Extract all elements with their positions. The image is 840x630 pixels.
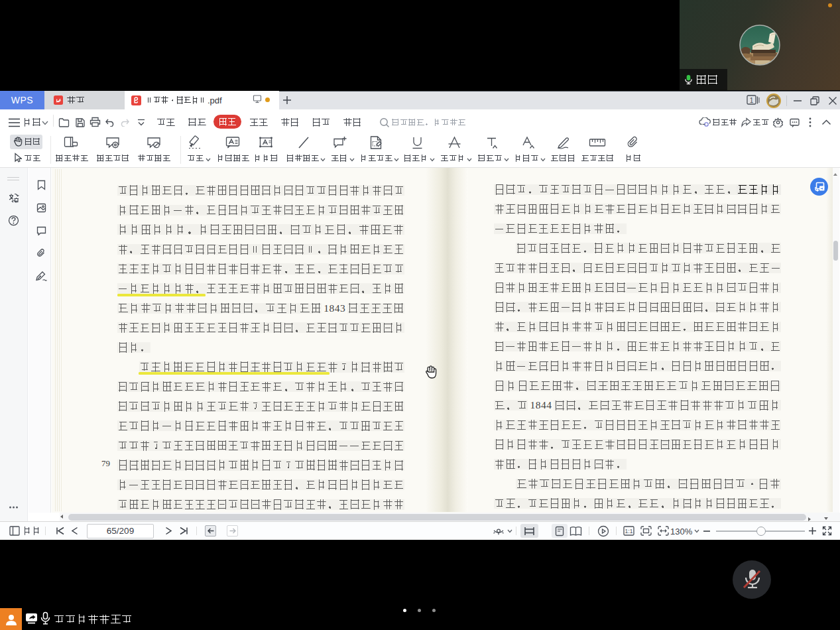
svg-text:1: 1: [750, 97, 754, 104]
svg-text:1:1: 1:1: [625, 528, 633, 535]
